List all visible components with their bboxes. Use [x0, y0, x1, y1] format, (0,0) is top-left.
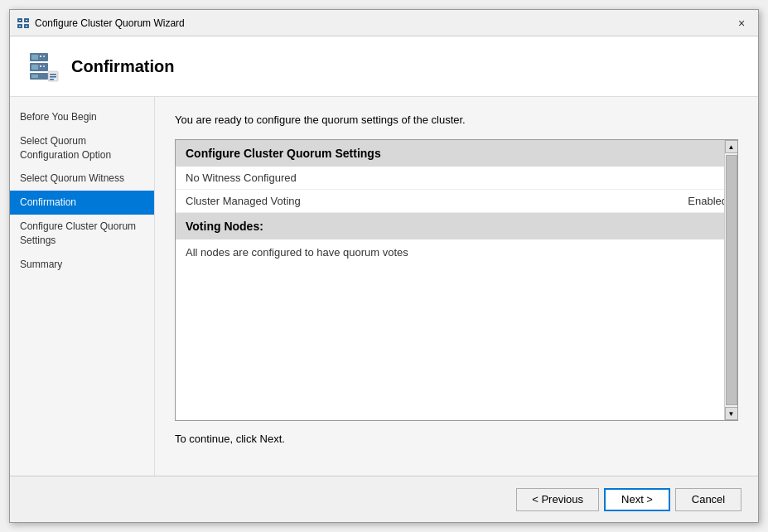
title-icon [17, 17, 30, 30]
svg-rect-7 [26, 26, 27, 27]
scrollbar-track[interactable]: ▲ ▼ [724, 140, 737, 420]
svg-rect-4 [19, 20, 21, 21]
window-title: Configure Cluster Quorum Wizard [35, 17, 185, 29]
settings-box-inner[interactable]: Configure Cluster Quorum Settings No Wit… [176, 140, 737, 420]
settings-section-header: Configure Cluster Quorum Settings [176, 140, 737, 167]
scroll-down-button[interactable]: ▼ [725, 407, 738, 420]
header-icon [27, 50, 60, 83]
managed-voting-value: Enabled [688, 195, 727, 207]
svg-rect-12 [40, 56, 41, 57]
svg-rect-14 [31, 65, 38, 70]
footer-hint: To continue, click Next. [175, 433, 738, 445]
title-bar: Configure Cluster Quorum Wizard × [10, 10, 758, 36]
scroll-up-button[interactable]: ▲ [725, 140, 738, 153]
header-title: Confirmation [71, 57, 174, 76]
svg-rect-20 [50, 76, 56, 78]
svg-rect-5 [26, 20, 27, 21]
settings-row-managed-voting: Cluster Managed Voting Enabled [176, 190, 737, 213]
next-button[interactable]: Next > [604, 488, 670, 511]
sidebar-item-before-you-begin[interactable]: Before You Begin [10, 105, 154, 129]
svg-rect-13 [43, 56, 45, 57]
svg-rect-19 [50, 74, 56, 75]
svg-rect-11 [31, 55, 38, 60]
sidebar-item-summary[interactable]: Summary [10, 253, 154, 277]
voting-nodes-header: Voting Nodes: [176, 213, 737, 239]
scrollbar-thumb[interactable] [726, 155, 737, 405]
title-bar-left: Configure Cluster Quorum Wizard [17, 17, 185, 30]
close-button[interactable]: × [732, 13, 751, 33]
content-area: Before You Begin Select Quorum Configura… [10, 97, 758, 476]
sidebar-item-select-quorum-witness[interactable]: Select Quorum Witness [10, 167, 154, 191]
intro-text: You are ready to configure the quorum se… [175, 114, 738, 126]
voting-nodes-content: All nodes are configured to have quorum … [176, 239, 737, 306]
button-bar: < Previous Next > Cancel [10, 476, 758, 522]
svg-rect-21 [50, 79, 54, 80]
settings-row-no-witness: No Witness Configured [176, 167, 737, 190]
sidebar-item-configure-cluster[interactable]: Configure Cluster Quorum Settings [10, 215, 154, 253]
previous-button[interactable]: < Previous [516, 488, 599, 511]
svg-rect-6 [19, 26, 21, 27]
wizard-window: Configure Cluster Quorum Wizard × Confir… [9, 9, 759, 523]
sidebar: Before You Begin Select Quorum Configura… [10, 97, 155, 476]
managed-voting-label: Cluster Managed Voting [186, 195, 301, 207]
svg-rect-16 [43, 65, 45, 67]
main-content: You are ready to configure the quorum se… [155, 97, 758, 476]
no-witness-label: No Witness Configured [186, 172, 297, 184]
header-section: Confirmation [10, 36, 758, 97]
sidebar-item-confirmation[interactable]: Confirmation [10, 191, 154, 215]
svg-rect-15 [40, 65, 41, 67]
settings-box: Configure Cluster Quorum Settings No Wit… [175, 139, 738, 421]
cancel-button[interactable]: Cancel [675, 488, 741, 511]
sidebar-item-select-quorum-config[interactable]: Select Quorum Configuration Option [10, 129, 154, 167]
svg-rect-17 [31, 75, 38, 78]
voting-nodes-text: All nodes are configured to have quorum … [186, 246, 408, 259]
